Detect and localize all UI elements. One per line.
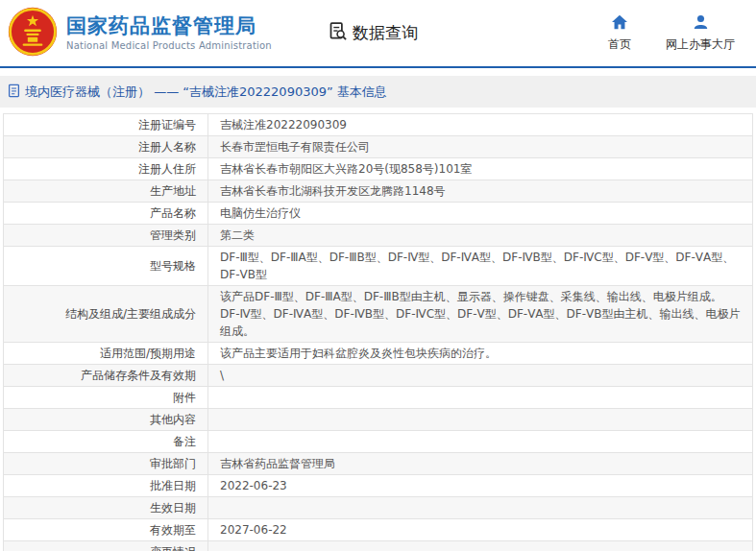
row-label: 注册证编号 bbox=[138, 118, 196, 132]
site-header: 国家药品监督管理局 National Medical Products Admi… bbox=[0, 0, 756, 68]
table-row: 审批部门 吉林省药品监督管理局 bbox=[4, 453, 753, 475]
row-label: 审批部门 bbox=[150, 457, 196, 470]
row-label: 适用范围/预期用途 bbox=[100, 347, 196, 360]
row-value: 电脑仿生治疗仪 bbox=[208, 203, 753, 225]
row-label: 附件 bbox=[173, 391, 196, 404]
header-nav: 首页 网上办事大厅 bbox=[608, 14, 735, 53]
row-label: 生产地址 bbox=[150, 184, 196, 198]
row-label: 产品储存条件及有效期 bbox=[81, 369, 196, 382]
table-row: 型号规格 DF-Ⅲ型、DF-ⅢA型、DF-ⅢB型、DF-Ⅳ型、DF-ⅣA型、DF… bbox=[4, 247, 753, 286]
row-value bbox=[208, 431, 753, 453]
agency-title: 国家药品监督管理局 bbox=[66, 15, 272, 37]
row-label: 备注 bbox=[173, 435, 196, 448]
row-value bbox=[208, 541, 753, 551]
info-table-body: 注册证编号 吉械注准20222090309 注册人名称 长春市罡恒电子有限责任公… bbox=[4, 114, 753, 551]
table-row: 注册证编号 吉械注准20222090309 bbox=[4, 114, 753, 136]
row-label: 注册人住所 bbox=[138, 162, 196, 176]
nav-item-home[interactable]: 首页 bbox=[608, 14, 631, 53]
table-row: 产品储存条件及有效期 \ bbox=[4, 365, 753, 387]
row-label: 有效期至 bbox=[150, 523, 196, 537]
table-row: 附件 bbox=[4, 387, 753, 409]
row-value: 吉林省长春市朝阳区大兴路20号(现858号)101室 bbox=[208, 158, 753, 180]
registration-info: 注册证编号 吉械注准20222090309 注册人名称 长春市罡恒电子有限责任公… bbox=[3, 113, 753, 551]
table-row: 注册人住所 吉林省长春市朝阳区大兴路20号(现858号)101室 bbox=[4, 158, 753, 180]
user-icon bbox=[693, 14, 709, 33]
row-value: 第二类 bbox=[208, 225, 753, 247]
nav-item-label: 首页 bbox=[608, 36, 631, 53]
row-label: 产品名称 bbox=[150, 206, 196, 220]
row-value: DF-Ⅲ型、DF-ⅢA型、DF-ⅢB型、DF-Ⅳ型、DF-ⅣA型、DF-ⅣB型、… bbox=[208, 247, 753, 286]
table-row: 生效日期 bbox=[4, 497, 753, 519]
table-row: 有效期至 2027-06-22 bbox=[4, 519, 753, 541]
row-label: 型号规格 bbox=[150, 259, 196, 273]
row-label: 变更情况 bbox=[150, 545, 196, 551]
info-table: 注册证编号 吉械注准20222090309 注册人名称 长春市罡恒电子有限责任公… bbox=[3, 113, 753, 551]
page-icon bbox=[8, 84, 20, 101]
row-value: 该产品主要适用于妇科盆腔炎及炎性包块疾病的治疗。 bbox=[208, 343, 753, 365]
table-row: 产品名称 电脑仿生治疗仪 bbox=[4, 203, 753, 225]
table-row: 其他内容 bbox=[4, 409, 753, 431]
table-row: 结构及组成/主要组成成分 该产品DF-Ⅲ型、DF-ⅢA型、DF-ⅢB型由主机、显… bbox=[4, 286, 753, 343]
row-label: 其他内容 bbox=[150, 413, 196, 426]
breadcrumb: 境内医疗器械（注册） —— “吉械注准20222090309” 基本信息 bbox=[0, 76, 756, 108]
agency-title-block: 国家药品监督管理局 National Medical Products Admi… bbox=[66, 15, 272, 51]
agency-subtitle: National Medical Products Administration bbox=[66, 40, 272, 51]
row-label: 结构及组成/主要组成成分 bbox=[65, 307, 196, 321]
row-value bbox=[208, 497, 753, 519]
row-value bbox=[208, 387, 753, 409]
table-row: 生产地址 吉林省长春市北湖科技开发区龙腾路1148号 bbox=[4, 180, 753, 203]
national-emblem-icon bbox=[8, 7, 58, 60]
breadcrumb-text: 境内医疗器械（注册） —— “吉械注准20222090309” 基本信息 bbox=[25, 84, 387, 101]
table-row: 适用范围/预期用途 该产品主要适用于妇科盆腔炎及炎性包块疾病的治疗。 bbox=[4, 343, 753, 365]
table-row: 变更情况 bbox=[4, 541, 753, 551]
table-row: 注册人名称 长春市罡恒电子有限责任公司 bbox=[4, 136, 753, 158]
row-label: 批准日期 bbox=[150, 479, 196, 492]
row-value bbox=[208, 409, 753, 431]
row-value: 长春市罡恒电子有限责任公司 bbox=[208, 136, 753, 158]
document-search-icon bbox=[328, 21, 348, 45]
table-row: 备注 bbox=[4, 431, 753, 453]
row-label: 注册人名称 bbox=[138, 140, 196, 154]
home-icon bbox=[611, 14, 628, 33]
nav-item-service-hall[interactable]: 网上办事大厅 bbox=[666, 14, 735, 53]
row-label: 管理类别 bbox=[150, 228, 196, 242]
row-label: 生效日期 bbox=[150, 501, 196, 515]
row-value: 吉械注准20222090309 bbox=[208, 114, 753, 136]
table-row: 管理类别 第二类 bbox=[4, 225, 753, 247]
row-value: 2022-06-23 bbox=[208, 475, 753, 497]
row-value: 该产品DF-Ⅲ型、DF-ⅢA型、DF-ⅢB型由主机、显示器、操作键盘、采集线、输… bbox=[208, 286, 753, 343]
data-query-label: 数据查询 bbox=[353, 22, 418, 44]
table-row: 批准日期 2022-06-23 bbox=[4, 475, 753, 497]
row-value: 吉林省药品监督管理局 bbox=[208, 453, 753, 475]
data-query-section[interactable]: 数据查询 bbox=[328, 21, 418, 45]
row-value: \ bbox=[208, 365, 753, 387]
row-value: 2027-06-22 bbox=[208, 519, 753, 541]
nav-item-label: 网上办事大厅 bbox=[666, 36, 735, 53]
logo-block: 国家药品监督管理局 National Medical Products Admi… bbox=[8, 7, 272, 60]
row-value: 吉林省长春市北湖科技开发区龙腾路1148号 bbox=[208, 180, 753, 203]
